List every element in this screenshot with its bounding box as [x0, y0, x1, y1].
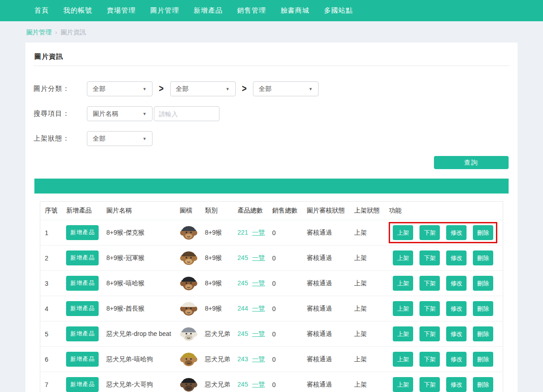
edit-button[interactable]: 修改	[446, 301, 467, 316]
image-name-cell: 8+9猴-傑克猴	[102, 220, 175, 246]
nav-item[interactable]: 臉書商城	[273, 6, 317, 15]
add-product-button[interactable]: 新增產品	[66, 250, 99, 265]
image-name-cell: 8+9猴-酋長猴	[102, 296, 175, 321]
row-number-cell: 2	[40, 246, 62, 271]
edit-button[interactable]: 修改	[446, 352, 467, 367]
category-select-1[interactable]: 全部 ▼	[87, 81, 152, 96]
actions-group: 上架下架修改刪除	[389, 323, 497, 345]
category-cell: 惡犬兄弟	[200, 321, 233, 347]
status-filter-label: 上架狀態：	[33, 134, 87, 143]
add-product-button[interactable]: 新增產品	[66, 377, 99, 392]
category-select-3-value: 全部	[259, 85, 272, 93]
add-product-cell: 新增產品	[62, 271, 102, 296]
add-product-button[interactable]: 新增產品	[66, 225, 99, 240]
search-field-select[interactable]: 圖片名稱 ▼	[87, 106, 152, 121]
table-row: 5新增產品惡犬兄弟-drop the beat惡犬兄弟245一覽0審核通過上架上…	[40, 321, 503, 347]
table-row: 3新增產品8+9猴-嘻哈猴8+9猴245一覽0審核通過上架上架下架修改刪除	[40, 271, 503, 296]
add-product-cell: 新增產品	[62, 347, 102, 372]
review-status-cell: 審核通過	[302, 220, 350, 246]
overview-link[interactable]: 一覽	[252, 229, 265, 236]
add-product-button[interactable]: 新增產品	[66, 326, 99, 341]
actions-group: 上架下架修改刪除	[389, 349, 497, 370]
edit-button[interactable]: 修改	[446, 377, 467, 392]
delete-button[interactable]: 刪除	[473, 377, 493, 392]
shelf-on-button[interactable]: 上架	[393, 352, 413, 367]
image-file-cell	[175, 347, 200, 372]
overview-link[interactable]: 一覽	[252, 279, 265, 287]
column-header: 類別	[200, 202, 233, 220]
nav-list: 首頁我的帳號賣場管理圖片管理新增產品銷售管理臉書商城多國站點	[27, 6, 360, 15]
add-product-button[interactable]: 新增產品	[66, 352, 99, 367]
edit-button[interactable]: 修改	[446, 276, 467, 291]
actions-cell: 上架下架修改刪除	[384, 372, 503, 392]
actions-cell: 上架下架修改刪除	[384, 321, 503, 347]
edit-button[interactable]: 修改	[446, 250, 467, 265]
image-file-cell	[175, 271, 200, 296]
shelf-off-button[interactable]: 下架	[419, 326, 440, 341]
shelf-off-button[interactable]: 下架	[419, 225, 440, 240]
nav-item[interactable]: 我的帳號	[56, 6, 100, 15]
filter-row-category: 圖片分類： 全部 ▼ > 全部 ▼ > 全部 ▼	[33, 81, 510, 96]
row-number-cell: 4	[40, 296, 62, 321]
nav-item[interactable]: 圖片管理	[143, 6, 186, 15]
product-total-cell: 245一覽	[233, 271, 268, 296]
category-select-3[interactable]: 全部 ▼	[253, 81, 319, 96]
shelf-off-button[interactable]: 下架	[419, 250, 440, 265]
add-product-cell: 新增產品	[62, 372, 102, 392]
shelf-off-button[interactable]: 下架	[419, 377, 440, 392]
edit-button[interactable]: 修改	[446, 326, 467, 341]
product-total-value: 221	[238, 229, 248, 236]
nav-item[interactable]: 賣場管理	[100, 6, 143, 15]
nav-item[interactable]: 新增產品	[186, 6, 230, 15]
nav-item[interactable]: 銷售管理	[230, 6, 273, 15]
delete-button[interactable]: 刪除	[473, 326, 493, 341]
nav-item[interactable]: 首頁	[27, 6, 56, 15]
overview-link[interactable]: 一覽	[252, 254, 265, 261]
category-cell: 惡犬兄弟	[200, 347, 233, 372]
shelf-off-button[interactable]: 下架	[419, 352, 440, 367]
add-product-button[interactable]: 新增產品	[66, 301, 99, 316]
edit-button[interactable]: 修改	[446, 225, 467, 240]
product-total-value: 245	[238, 330, 248, 337]
actions-cell: 上架下架修改刪除	[384, 220, 503, 246]
delete-button[interactable]: 刪除	[473, 301, 493, 316]
delete-button[interactable]: 刪除	[473, 225, 493, 240]
product-total-cell: 221一覽	[233, 220, 268, 246]
column-header: 圖檔	[175, 202, 200, 220]
row-number-cell: 7	[40, 372, 62, 392]
shelf-on-button[interactable]: 上架	[393, 326, 413, 341]
shelf-on-button[interactable]: 上架	[393, 377, 413, 392]
column-header: 功能	[384, 202, 503, 220]
query-button[interactable]: 查詢	[434, 156, 509, 169]
review-status-cell: 審核通過	[302, 321, 350, 347]
product-total-cell: 245一覽	[233, 246, 268, 271]
image-file-cell	[175, 220, 200, 246]
breadcrumb-parent-link[interactable]: 圖片管理	[26, 28, 52, 37]
overview-link[interactable]: 一覽	[252, 330, 265, 337]
add-product-button[interactable]: 新增產品	[66, 276, 99, 291]
add-product-cell: 新增產品	[62, 220, 102, 246]
overview-link[interactable]: 一覽	[252, 355, 265, 363]
shelf-on-button[interactable]: 上架	[393, 301, 413, 316]
shelf-on-button[interactable]: 上架	[393, 225, 413, 240]
delete-button[interactable]: 刪除	[473, 276, 493, 291]
add-product-cell: 新增產品	[62, 296, 102, 321]
shelf-on-button[interactable]: 上架	[393, 276, 413, 291]
shelf-on-button[interactable]: 上架	[393, 250, 413, 265]
image-name-cell: 惡犬兄弟-drop the beat	[102, 321, 175, 347]
shelf-status-select[interactable]: 全部 ▼	[87, 131, 152, 146]
overview-link[interactable]: 一覽	[252, 381, 265, 388]
shelf-off-button[interactable]: 下架	[419, 276, 440, 291]
shelf-off-button[interactable]: 下架	[419, 301, 440, 316]
delete-button[interactable]: 刪除	[473, 250, 493, 265]
add-product-cell: 新增產品	[62, 321, 102, 347]
actions-group: 上架下架修改刪除	[389, 374, 497, 392]
category-cell: 8+9猴	[200, 220, 233, 246]
delete-button[interactable]: 刪除	[473, 352, 493, 367]
nav-item[interactable]: 多國站點	[317, 6, 360, 15]
search-input[interactable]	[154, 106, 219, 121]
category-select-2[interactable]: 全部 ▼	[170, 81, 236, 96]
table-header-row: 序號新增產品圖片名稱圖檔類別產品總數銷售總數圖片審核狀態上架狀態功能	[40, 202, 503, 220]
overview-link[interactable]: 一覽	[252, 305, 265, 312]
column-header: 圖片名稱	[102, 202, 175, 220]
